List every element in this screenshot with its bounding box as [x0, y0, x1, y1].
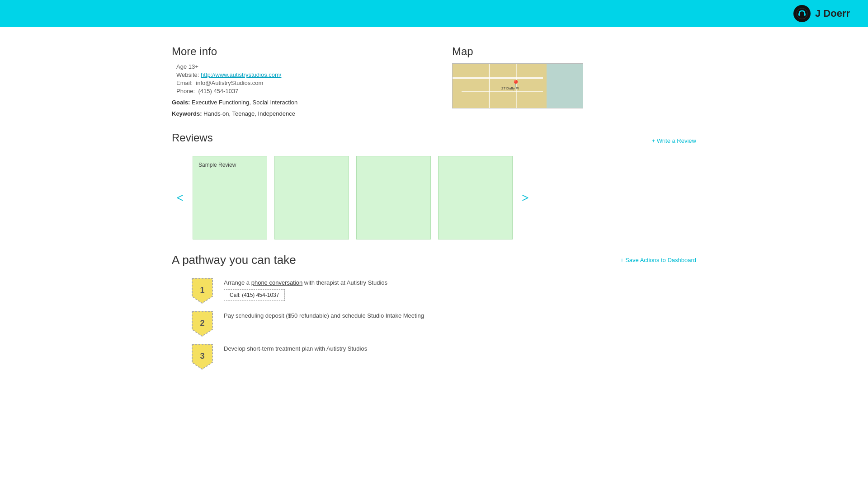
- pathway-title: A pathway you can take: [172, 253, 296, 267]
- email-value: info@AutistryStudios.com: [196, 80, 263, 86]
- goals-info: Goals: Executive Functioning, Social Int…: [172, 99, 416, 106]
- phone-label: Phone:: [176, 88, 195, 94]
- step-number-2: 2: [200, 318, 204, 328]
- website-info: Website: http://www.autistrystudios.com/: [172, 71, 416, 78]
- phone-value: (415) 454-1037: [198, 88, 238, 94]
- review-card-3: [356, 156, 431, 239]
- step-number-3: 3: [200, 351, 204, 361]
- review-cards: Sample Review: [193, 156, 513, 239]
- reviews-carousel: < Sample Review >: [172, 156, 696, 239]
- user-name-label: J Doerr: [815, 8, 850, 19]
- write-review-link[interactable]: + Write a Review: [652, 137, 696, 144]
- save-actions-link[interactable]: + Save Actions to Dashboard: [620, 257, 696, 263]
- website-label: Website:: [176, 71, 199, 78]
- review-card-1-text: Sample Review: [198, 162, 236, 168]
- step-badge-1: 1: [190, 276, 215, 305]
- keywords-label: Keywords:: [172, 110, 202, 117]
- reviews-title: Reviews: [172, 131, 213, 144]
- keywords-info: Keywords: Hands-on, Teenage, Independenc…: [172, 110, 416, 117]
- svg-rect-2: [804, 13, 806, 16]
- pathway-header: A pathway you can take + Save Actions to…: [172, 253, 696, 267]
- review-card-2: [274, 156, 349, 239]
- top-section: More info Age 13+ Website: http://www.au…: [172, 45, 696, 118]
- user-info: J Doerr: [793, 5, 850, 22]
- step-number-1: 1: [200, 285, 204, 295]
- step-text-3: Develop short-term treatment plan with A…: [224, 342, 367, 353]
- pathway-steps: 1 Arrange a phone conversation with ther…: [172, 276, 696, 371]
- pathway-step-1: 1 Arrange a phone conversation with ther…: [190, 276, 696, 305]
- step-text-2: Pay scheduling deposit ($50 refundable) …: [224, 309, 424, 320]
- map-road-3: [489, 64, 490, 108]
- map-road-1: [453, 77, 543, 79]
- more-info-title: More info: [172, 45, 416, 58]
- more-info-section: More info Age 13+ Website: http://www.au…: [172, 45, 416, 118]
- age-info: Age 13+: [172, 63, 416, 70]
- map-section: Map 📍 27 Duffy Pl: [452, 45, 696, 118]
- main-content: More info Age 13+ Website: http://www.au…: [0, 27, 868, 389]
- keywords-value: Hands-on, Teenage, Independence: [203, 110, 295, 117]
- map-title: Map: [452, 45, 696, 58]
- next-arrow[interactable]: >: [517, 191, 533, 205]
- user-avatar: [793, 5, 811, 22]
- map-water: [547, 64, 583, 108]
- reviews-header: Reviews + Write a Review: [172, 131, 696, 150]
- map-image: 📍 27 Duffy Pl: [452, 63, 583, 108]
- goals-label: Goals:: [172, 99, 190, 106]
- email-label: Email:: [176, 80, 193, 86]
- svg-rect-1: [798, 13, 800, 16]
- email-info: Email: info@AutistryStudios.com: [172, 80, 416, 86]
- phone-info: Phone: (415) 454-1037: [172, 88, 416, 94]
- reviews-section: Reviews + Write a Review < Sample Review…: [172, 131, 696, 239]
- svg-point-0: [797, 8, 807, 19]
- step-text-1: Arrange a phone conversation with therap…: [224, 276, 387, 301]
- website-link[interactable]: http://www.autistrystudios.com/: [201, 71, 281, 78]
- prev-arrow[interactable]: <: [172, 191, 188, 205]
- pathway-step-2: 2 Pay scheduling deposit ($50 refundable…: [190, 309, 696, 338]
- map-address-label: 27 Duffy Pl: [501, 86, 519, 90]
- goals-value: Executive Functioning, Social Interactio…: [192, 99, 297, 106]
- review-card-1: Sample Review: [193, 156, 267, 239]
- call-tooltip: Call: (415) 454-1037: [224, 289, 285, 301]
- map-background: 📍 27 Duffy Pl: [453, 64, 583, 108]
- step-badge-2: 2: [190, 309, 215, 338]
- pathway-step-3: 3 Develop short-term treatment plan with…: [190, 342, 696, 371]
- pathway-section: A pathway you can take + Save Actions to…: [172, 253, 696, 371]
- map-road-2: [462, 91, 543, 92]
- review-card-4: [438, 156, 513, 239]
- step-badge-3: 3: [190, 342, 215, 371]
- phone-conversation-link[interactable]: phone conversation: [251, 279, 302, 286]
- header: J Doerr: [0, 0, 868, 27]
